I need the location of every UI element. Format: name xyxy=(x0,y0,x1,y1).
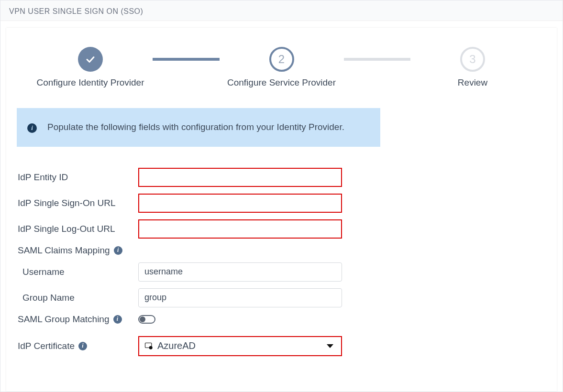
info-text: Populate the following fields with confi… xyxy=(47,120,344,134)
certificate-icon xyxy=(144,341,154,351)
label-text: SAML Group Matching xyxy=(18,314,110,325)
step-label: Configure Service Provider xyxy=(227,77,336,88)
step-number-icon: 3 xyxy=(460,47,485,72)
label-idp-sso-url: IdP Single Sign-On URL xyxy=(17,198,138,208)
toggle-saml-group-matching[interactable] xyxy=(138,315,155,324)
step-label: Review xyxy=(458,77,487,88)
info-icon[interactable]: i xyxy=(113,315,122,324)
input-group-name[interactable] xyxy=(138,288,342,307)
label-text: SAML Claims Mapping xyxy=(18,245,110,256)
row-idp-entity-id: IdP Entity ID xyxy=(17,168,546,187)
panel-title: VPN USER SINGLE SIGN ON (SSO) xyxy=(0,0,563,21)
info-icon[interactable]: i xyxy=(78,342,87,350)
step-connector xyxy=(153,58,220,61)
row-idp-sso-url: IdP Single Sign-On URL xyxy=(17,194,546,213)
step-configure-idp[interactable]: Configure Identity Provider xyxy=(28,47,153,88)
select-idp-certificate[interactable]: AzureAD xyxy=(138,336,342,356)
row-idp-slo-url: IdP Single Log-Out URL xyxy=(17,219,546,239)
row-group-name: Group Name xyxy=(17,288,546,307)
label-text: IdP Certificate xyxy=(18,341,75,351)
wizard-card: Configure Identity Provider 2 Configure … xyxy=(6,28,557,392)
toggle-knob xyxy=(140,316,145,322)
label-idp-slo-url: IdP Single Log-Out URL xyxy=(17,224,138,234)
row-saml-claims-mapping: SAML Claims Mapping i xyxy=(17,245,546,256)
row-idp-certificate: IdP Certificate i AzureAD xyxy=(17,336,546,356)
info-banner: i Populate the following fields with con… xyxy=(17,108,380,147)
label-saml-claims-mapping: SAML Claims Mapping i xyxy=(17,245,138,256)
step-number-icon: 2 xyxy=(269,47,294,72)
check-icon xyxy=(78,47,103,72)
label-group-name: Group Name xyxy=(17,293,138,303)
input-idp-slo-url[interactable] xyxy=(138,219,342,239)
step-connector xyxy=(344,58,411,61)
input-idp-entity-id[interactable] xyxy=(138,168,342,187)
row-username: Username xyxy=(17,262,546,282)
label-idp-certificate: IdP Certificate i xyxy=(17,341,138,351)
step-review[interactable]: 3 Review xyxy=(410,47,535,88)
label-saml-group-matching: SAML Group Matching i xyxy=(17,314,138,325)
idp-form: IdP Entity ID IdP Single Sign-On URL IdP… xyxy=(17,168,546,356)
input-username[interactable] xyxy=(138,262,342,282)
input-idp-sso-url[interactable] xyxy=(138,194,342,213)
sso-wizard-panel: VPN USER SINGLE SIGN ON (SSO) Configure … xyxy=(0,0,563,392)
label-username: Username xyxy=(17,267,138,277)
select-value: AzureAD xyxy=(157,340,323,351)
chevron-down-icon xyxy=(327,344,333,348)
row-saml-group-matching: SAML Group Matching i xyxy=(17,314,546,325)
stepper: Configure Identity Provider 2 Configure … xyxy=(17,38,546,88)
label-idp-entity-id: IdP Entity ID xyxy=(17,172,138,183)
info-icon: i xyxy=(27,123,37,133)
step-label: Configure Identity Provider xyxy=(37,77,144,88)
step-configure-sp[interactable]: 2 Configure Service Provider xyxy=(220,47,344,88)
svg-point-1 xyxy=(149,346,153,349)
info-icon[interactable]: i xyxy=(114,246,122,255)
